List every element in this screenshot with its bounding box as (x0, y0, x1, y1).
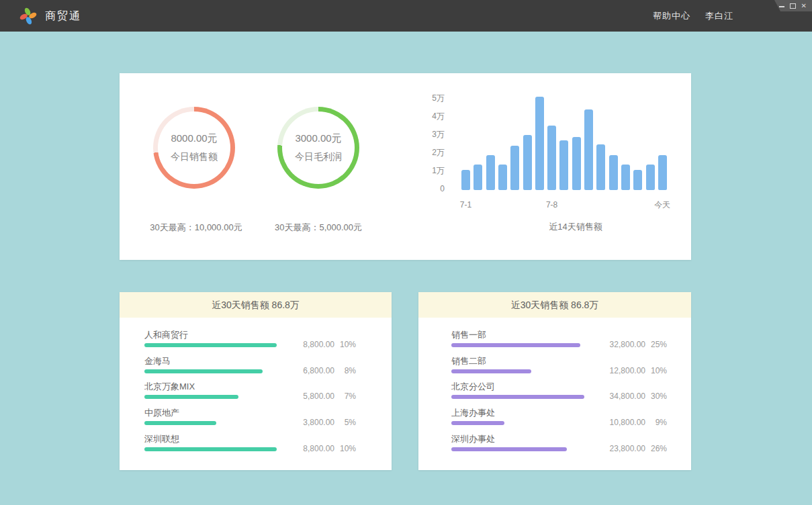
rank-bar (144, 343, 277, 347)
minimize-icon[interactable] (779, 6, 784, 7)
rank-amount: 6,800.00 (303, 366, 334, 375)
rank-amount: 5,800.00 (303, 392, 334, 401)
rank-amount: 12,800.00 (610, 366, 645, 375)
maximize-icon[interactable] (790, 3, 796, 9)
rank-percent: 5% (334, 418, 356, 427)
sales-bar (621, 165, 630, 190)
rank-percent: 8% (334, 366, 356, 375)
rank-amount: 8,800.00 (303, 444, 334, 453)
bar-chart-plot (461, 89, 671, 190)
ranking-card-title: 近30天销售额 86.8万 (120, 292, 392, 318)
customer-sales-ranking-card: 近30天销售额 86.8万 人和商贸行8,800.0010%金海马6,800.0… (120, 292, 392, 470)
rank-row: 中原地产3,800.005% (120, 407, 392, 433)
sales-bar (498, 165, 507, 190)
window-controls: ✕ (774, 0, 812, 11)
sales-bar (535, 97, 544, 190)
titlebar: 商贸通 帮助中心 李白江 ✕ (0, 0, 812, 32)
rank-row: 深圳联想8,800.0010% (120, 433, 392, 459)
rank-values: 32,800.0025% (610, 340, 667, 349)
y-tick-label: 4万 (432, 111, 445, 122)
rank-percent: 10% (334, 340, 356, 349)
sales-bar (596, 144, 605, 190)
y-tick-label: 1万 (432, 165, 445, 176)
sales-bar (486, 155, 495, 190)
today-sales-ring-chart: 8000.00元 今日销售额 (153, 107, 235, 189)
rank-bar (144, 421, 216, 425)
rank-row: 深圳办事处23,800.0026% (418, 433, 691, 459)
rank-bar (451, 447, 567, 451)
bar-chart-x-axis: 7-17-8今天 (461, 200, 671, 210)
rank-values: 8,800.0010% (303, 340, 356, 349)
rank-amount: 32,800.00 (610, 340, 645, 349)
today-profit-value: 3000.00元 (295, 132, 341, 145)
sales-bar (510, 146, 519, 190)
rank-amount: 34,800.00 (610, 392, 645, 401)
rank-percent: 26% (645, 444, 667, 453)
rank-bar (451, 369, 531, 373)
rank-row: 销售二部12,800.0010% (418, 355, 691, 381)
y-tick-label: 5万 (432, 93, 445, 103)
sales-bar (646, 165, 655, 190)
sales-bar (633, 170, 642, 190)
rank-values: 10,800.009% (610, 418, 667, 427)
x-tick-label: 7-8 (546, 200, 557, 210)
rank-bar (451, 421, 504, 425)
rank-percent: 10% (645, 366, 667, 375)
sales-bar (473, 165, 482, 190)
y-tick-label: 3万 (432, 129, 445, 140)
sales-bar (572, 137, 581, 190)
titlebar-nav: 帮助中心 李白江 (653, 0, 733, 32)
today-sales-label: 今日销售额 (171, 151, 218, 163)
x-tick-label: 7-1 (460, 200, 471, 210)
rank-percent: 9% (645, 418, 667, 427)
sales-bar (547, 126, 556, 190)
rank-bar (144, 369, 263, 373)
rank-percent: 10% (334, 444, 356, 453)
rank-amount: 23,800.00 (610, 444, 645, 453)
rank-bar (144, 395, 238, 399)
today-profit-ring-chart: 3000.00元 今日毛利润 (277, 107, 359, 189)
today-profit-label: 今日毛利润 (295, 151, 342, 163)
today-sales-value: 8000.00元 (171, 132, 217, 145)
rank-percent: 7% (334, 392, 356, 401)
rank-row: 人和商贸行8,800.0010% (120, 329, 392, 355)
rank-amount: 10,800.00 (610, 418, 645, 427)
help-center-link[interactable]: 帮助中心 (653, 10, 690, 22)
ranking-card-title: 近30天销售额 86.8万 (418, 292, 691, 318)
ranking-list: 人和商贸行8,800.0010%金海马6,800.008%北京万象MIX5,80… (120, 318, 392, 459)
rank-label: 金海马 (144, 355, 392, 367)
rank-label: 深圳办事处 (451, 433, 691, 445)
rank-bar (451, 343, 580, 347)
rank-label: 人和商贸行 (144, 329, 392, 340)
ring-hole: 8000.00元 今日销售额 (158, 111, 230, 184)
rank-amount: 8,800.00 (303, 340, 334, 349)
department-sales-ranking-card: 近30天销售额 86.8万 销售一部32,800.0025%销售二部12,800… (418, 292, 691, 470)
rank-label: 北京万象MIX (144, 381, 392, 392)
rank-values: 23,800.0026% (610, 444, 667, 453)
x-tick-label: 今天 (654, 200, 670, 210)
rank-values: 3,800.005% (303, 418, 356, 427)
close-icon[interactable]: ✕ (801, 3, 807, 9)
rank-values: 8,800.0010% (303, 444, 356, 453)
rank-label: 销售二部 (451, 355, 691, 367)
sales-bar (658, 155, 667, 190)
rank-label: 上海办事处 (451, 407, 691, 418)
rank-values: 5,800.007% (303, 392, 356, 401)
rank-percent: 25% (645, 340, 667, 349)
rank-row: 北京分公司34,800.0030% (418, 381, 691, 407)
summary-card: 8000.00元 今日销售额 3000.00元 今日毛利润 30天最高：10,0… (120, 73, 691, 260)
rank-values: 12,800.0010% (610, 366, 667, 375)
sales-bar (523, 135, 532, 190)
rank-label: 中原地产 (144, 407, 392, 418)
user-name-menu[interactable]: 李白江 (705, 10, 733, 22)
app-title: 商贸通 (45, 0, 81, 32)
sales-bar (584, 109, 593, 190)
sales-bar (559, 140, 568, 190)
ranking-list: 销售一部32,800.0025%销售二部12,800.0010%北京分公司34,… (418, 318, 691, 459)
rank-amount: 3,800.00 (303, 418, 334, 427)
bar-chart-title: 近14天销售额 (495, 221, 656, 233)
rank-row: 北京万象MIX5,800.007% (120, 381, 392, 407)
app-logo-pinwheel-icon (19, 7, 38, 26)
rank-label: 销售一部 (451, 329, 691, 340)
y-tick-label: 0 (440, 183, 445, 194)
